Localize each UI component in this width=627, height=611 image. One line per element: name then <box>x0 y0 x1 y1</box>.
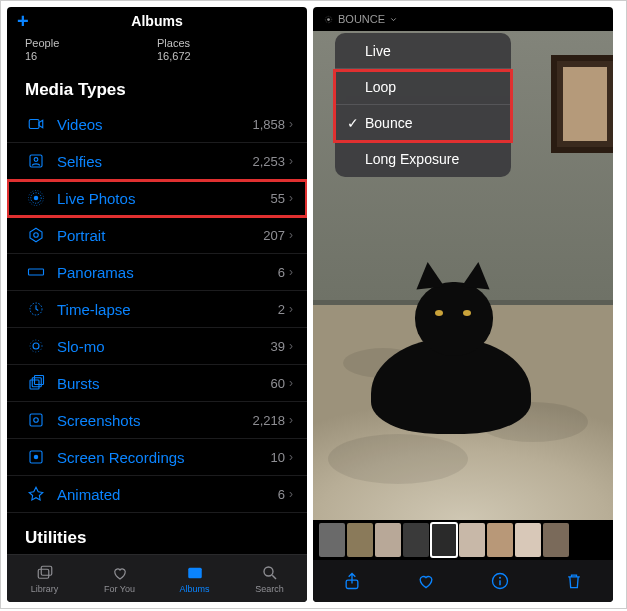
row-label: Bursts <box>57 375 271 392</box>
info-button[interactable] <box>479 571 521 591</box>
media-types-list[interactable]: Videos1,858›Selfies2,253›Live Photos55›P… <box>7 106 307 520</box>
svg-point-9 <box>30 340 42 352</box>
media-type-timelapse[interactable]: Time-lapse2› <box>7 291 307 328</box>
tab-albums[interactable]: Albums <box>157 555 232 602</box>
media-type-bursts[interactable]: Bursts60› <box>7 365 307 402</box>
row-label: Panoramas <box>57 264 278 281</box>
chevron-right-icon: › <box>289 191 293 205</box>
tab-search[interactable]: Search <box>232 555 307 602</box>
media-type-pano[interactable]: Panoramas6› <box>7 254 307 291</box>
chevron-right-icon: › <box>289 487 293 501</box>
svg-rect-19 <box>41 566 52 575</box>
heart-icon <box>416 571 436 591</box>
people-album[interactable]: People 16 <box>25 37 157 62</box>
header-title: Albums <box>131 13 182 29</box>
thumbnail-strip[interactable] <box>313 520 613 560</box>
row-label: Screenshots <box>57 412 252 429</box>
thumbnail[interactable] <box>319 523 345 557</box>
media-type-selfie[interactable]: Selfies2,253› <box>7 143 307 180</box>
thumbnail[interactable] <box>403 523 429 557</box>
svg-point-15 <box>34 418 39 423</box>
row-count: 60 <box>271 376 285 391</box>
media-type-slomo[interactable]: Slo-mo39› <box>7 328 307 365</box>
video-icon <box>25 115 47 133</box>
photo-viewport[interactable]: LiveLoop✓BounceLong Exposure <box>313 31 613 520</box>
media-type-animated[interactable]: Animated6› <box>7 476 307 513</box>
row-count: 6 <box>278 265 285 280</box>
chevron-right-icon: › <box>289 154 293 168</box>
selfie-icon <box>25 152 47 170</box>
thumbnail[interactable] <box>515 523 541 557</box>
delete-button[interactable] <box>553 571 595 591</box>
animated-icon <box>25 485 47 503</box>
effect-option-bounce[interactable]: ✓Bounce <box>335 105 511 141</box>
chevron-right-icon: › <box>289 302 293 316</box>
svg-rect-12 <box>32 378 41 387</box>
row-count: 6 <box>278 487 285 502</box>
effect-option-long-exposure[interactable]: Long Exposure <box>335 141 511 177</box>
chevron-right-icon: › <box>289 339 293 353</box>
favorite-button[interactable] <box>405 571 447 591</box>
checkmark-icon: ✓ <box>345 115 361 131</box>
svg-point-27 <box>499 577 501 579</box>
thumbnail[interactable] <box>487 523 513 557</box>
svg-point-17 <box>34 455 39 460</box>
places-label: Places <box>157 37 289 49</box>
svg-rect-18 <box>38 569 49 578</box>
svg-rect-0 <box>29 120 39 129</box>
effect-option-label: Bounce <box>365 115 412 131</box>
effect-option-label: Live <box>365 43 391 59</box>
svg-rect-20 <box>188 567 202 578</box>
row-count: 10 <box>271 450 285 465</box>
svg-point-21 <box>264 567 273 576</box>
share-button[interactable] <box>331 571 373 591</box>
tab-library[interactable]: Library <box>7 555 82 602</box>
chevron-right-icon: › <box>289 413 293 427</box>
portrait-icon <box>25 226 47 244</box>
svg-point-6 <box>34 233 39 238</box>
slomo-icon <box>25 337 47 355</box>
row-label: Time-lapse <box>57 301 278 318</box>
utilities-heading: Utilities <box>7 520 307 554</box>
media-type-video[interactable]: Videos1,858› <box>7 106 307 143</box>
media-type-portrait[interactable]: Portrait207› <box>7 217 307 254</box>
live-icon <box>323 14 334 25</box>
chevron-right-icon: › <box>289 376 293 390</box>
effect-option-live[interactable]: Live <box>335 33 511 69</box>
thumbnail[interactable] <box>347 523 373 557</box>
bursts-icon <box>25 374 47 392</box>
row-label: Live Photos <box>57 190 271 207</box>
effect-indicator[interactable]: BOUNCE <box>313 7 613 31</box>
search-icon <box>260 564 280 582</box>
row-label: Selfies <box>57 153 252 170</box>
pano-icon <box>25 263 47 281</box>
row-label: Animated <box>57 486 278 503</box>
thumbnail[interactable] <box>459 523 485 557</box>
thumbnail[interactable] <box>543 523 569 557</box>
row-count: 39 <box>271 339 285 354</box>
media-type-screenshots[interactable]: Screenshots2,218› <box>7 402 307 439</box>
people-count: 16 <box>25 50 157 62</box>
thumbnail[interactable] <box>431 523 457 557</box>
tab-foryou[interactable]: For You <box>82 555 157 602</box>
row-count: 207 <box>263 228 285 243</box>
thumbnail[interactable] <box>375 523 401 557</box>
effect-option-label: Loop <box>365 79 396 95</box>
effect-option-loop[interactable]: Loop <box>335 69 511 105</box>
places-album[interactable]: Places 16,672 <box>157 37 289 62</box>
trash-icon <box>564 571 584 591</box>
foryou-icon <box>110 564 130 582</box>
row-count: 55 <box>271 191 285 206</box>
add-album-button[interactable]: + <box>17 11 29 31</box>
media-type-screenrec[interactable]: Screen Recordings10› <box>7 439 307 476</box>
tab-search-label: Search <box>255 584 284 594</box>
albums-stats: People 16 Places 16,672 <box>7 35 307 72</box>
screenrec-icon <box>25 448 47 466</box>
row-label: Slo-mo <box>57 338 271 355</box>
media-type-live[interactable]: Live Photos55› <box>7 180 307 217</box>
photo-detail-screen: BOUNCE LiveLoop✓BounceLong Exposure <box>313 7 613 602</box>
svg-point-23 <box>327 18 330 21</box>
places-count: 16,672 <box>157 50 289 62</box>
share-icon <box>342 571 362 591</box>
row-label: Videos <box>57 116 252 133</box>
